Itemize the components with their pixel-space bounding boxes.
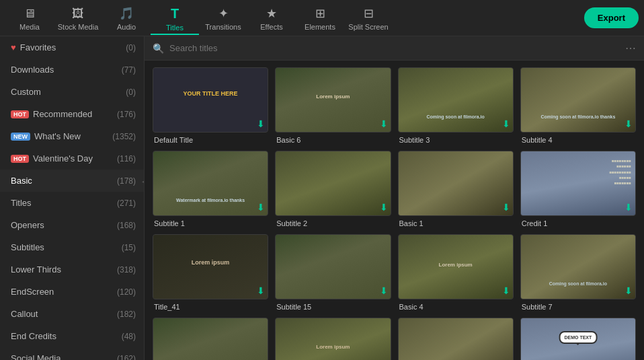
- subtitle-7-label: Subtitle 7: [520, 303, 636, 311]
- thumb-subtitle-15: ⬇: [275, 234, 391, 299]
- sidebar-item-basic-label: Basic: [11, 176, 114, 186]
- search-bar: 🔍 ⋯: [145, 36, 644, 61]
- subtitle-2-label: Subtitle 2: [275, 219, 391, 227]
- thumb-subtitle-1: Watermark at filmora.io thanks ⬇: [153, 151, 268, 216]
- sidebar-item-favorites-label: Favorites: [20, 42, 124, 52]
- grid-item-thought-bubble[interactable]: DEMO TEXT ⬇ Thought Bubble: [520, 318, 636, 360]
- grid-item-subtitle-1[interactable]: Watermark at filmora.io thanks ⬇ Subtitl…: [153, 151, 268, 227]
- sidebar-item-openers-label: Openers: [11, 220, 114, 230]
- download-icon-9: ⬇: [257, 285, 265, 296]
- download-icon-4: ⬇: [625, 118, 633, 129]
- grid-item-credit-3[interactable]: Joe Bloggs ⬇ Credit 3: [153, 318, 268, 360]
- sidebar-item-subtitles[interactable]: Subtitles (15): [0, 236, 144, 258]
- grid-item-basic-6[interactable]: Lorem ipsum ⬇ Basic 6: [275, 67, 391, 144]
- sidebar-item-social-media[interactable]: Social Media (162): [0, 347, 144, 360]
- thumb-default-title: YOUR TITLE HERE ⬇: [153, 67, 268, 133]
- grid-item-subtitle-7[interactable]: Coming soon at filmora.io ⬇ Subtitle 7: [520, 234, 636, 311]
- toolbar-transitions[interactable]: ✦ Transitions: [199, 1, 247, 35]
- thumb-basic-6: Lorem ipsum ⬇: [275, 67, 391, 133]
- subtitle-4-text: Coming soon at filmora.io thanks: [521, 114, 635, 119]
- basic-4-text: Lorem ipsum: [399, 262, 513, 268]
- toolbar-effects-label: Effects: [260, 23, 282, 31]
- sidebar-item-end-credits-label: End Credits: [11, 331, 119, 341]
- sidebar-item-recommended[interactable]: HOT Recommended (176): [0, 103, 144, 125]
- sidebar-item-lower-thirds[interactable]: Lower Thirds (318): [0, 258, 144, 281]
- grid-options-icon[interactable]: ⋯: [625, 42, 636, 55]
- sidebar-item-whats-new[interactable]: NEW What's New (1352): [0, 125, 144, 147]
- main-area: ♥ Favorites (0) Downloads (77) Custom (0…: [0, 36, 644, 360]
- sidebar-item-subtitles-count: (15): [122, 243, 136, 252]
- sidebar-item-callout[interactable]: Callout (182): [0, 303, 144, 325]
- sidebar-item-social-media-count: (162): [117, 354, 136, 361]
- download-icon: ⬇: [257, 118, 265, 129]
- export-button[interactable]: Export: [584, 7, 639, 28]
- grid-item-subtitle-3[interactable]: Coming soon at filmora.io ⬇ Subtitle 3: [398, 67, 514, 144]
- basic-1-label: Basic 1: [398, 219, 514, 227]
- title-41-label: Title_41: [153, 303, 268, 311]
- toolbar-audio-label: Audio: [117, 23, 136, 31]
- search-input[interactable]: [169, 43, 620, 53]
- elements-icon: ⊞: [315, 6, 325, 21]
- sidebar-item-basic[interactable]: Basic (178) ◀: [0, 170, 144, 192]
- thumb-credit-2: Ant Jus ⬇: [398, 318, 514, 360]
- grid-item-default-title[interactable]: YOUR TITLE HERE ⬇ Default Title: [153, 67, 268, 144]
- subtitle-4-label: Subtitle 4: [520, 136, 636, 144]
- grid-item-basic-4[interactable]: Lorem ipsum ⬇ Basic 4: [398, 234, 514, 311]
- title-29-text: Lorem ipsum: [276, 344, 390, 350]
- toolbar-media[interactable]: 🖥 Media: [5, 1, 54, 35]
- download-icon-10: ⬇: [380, 285, 388, 296]
- grid-item-subtitle-15[interactable]: ⬇ Subtitle 15: [275, 234, 391, 311]
- sidebar-item-openers[interactable]: Openers (168): [0, 214, 144, 236]
- sidebar-item-downloads-count: (77): [122, 65, 136, 75]
- thumb-basic-4: Lorem ipsum ⬇: [398, 234, 514, 299]
- grid-area: YOUR TITLE HERE ⬇ Default Title Lorem ip…: [145, 61, 644, 360]
- grid-item-subtitle-2[interactable]: ⬇ Subtitle 2: [275, 151, 391, 227]
- thumb-credit-1: ■■■■■■■■■■■■■■■■■■■■■■■■■■■■■■■■■■■ ⬇: [520, 151, 636, 216]
- sidebar-item-favorites-count: (0): [126, 43, 136, 52]
- stock-media-icon: 🖼: [72, 7, 84, 21]
- sidebar-item-endscreen-label: EndScreen: [11, 287, 114, 297]
- toolbar-stock-media[interactable]: 🖼 Stock Media: [54, 1, 102, 35]
- grid-item-title-29[interactable]: Lorem ipsum ⬇ Title 29: [275, 318, 391, 360]
- sidebar-item-callout-count: (182): [117, 310, 136, 319]
- sidebar-item-endscreen[interactable]: EndScreen (120): [0, 281, 144, 303]
- toolbar-elements[interactable]: ⊞ Elements: [296, 1, 344, 35]
- sidebar-item-whats-new-label: What's New: [34, 131, 110, 141]
- thumb-thought-bubble: DEMO TEXT ⬇: [520, 318, 636, 360]
- toolbar-split-screen[interactable]: ⊟ Split Screen: [344, 1, 393, 35]
- toolbar-effects[interactable]: ★ Effects: [247, 1, 296, 35]
- sidebar-item-custom-count: (0): [126, 87, 136, 97]
- toolbar-titles[interactable]: T Titles: [151, 1, 199, 35]
- grid-item-title-41[interactable]: Lorem ipsum ⬇ Title_41: [153, 234, 268, 311]
- download-icon-6: ⬇: [380, 202, 388, 213]
- subtitle-3-text: Coming soon at filmora.io: [399, 114, 513, 119]
- grid-item-credit-1[interactable]: ■■■■■■■■■■■■■■■■■■■■■■■■■■■■■■■■■■■ ⬇ Cr…: [520, 151, 636, 227]
- basic-6-label: Basic 6: [275, 136, 391, 144]
- sidebar-item-end-credits[interactable]: End Credits (48): [0, 325, 144, 347]
- sidebar-item-valentines[interactable]: HOT Valentine's Day (116): [0, 147, 144, 170]
- sidebar-item-favorites[interactable]: ♥ Favorites (0): [0, 36, 144, 59]
- grid-item-subtitle-4[interactable]: Coming soon at filmora.io thanks ⬇ Subti…: [520, 67, 636, 144]
- thumb-subtitle-7: Coming soon at filmora.io ⬇: [520, 234, 636, 299]
- search-icon: 🔍: [153, 43, 164, 54]
- sidebar-item-custom[interactable]: Custom (0): [0, 81, 144, 103]
- download-icon-8: ⬇: [625, 202, 633, 213]
- sidebar-item-whats-new-count: (1352): [112, 132, 136, 141]
- sidebar-item-end-credits-count: (48): [122, 332, 136, 341]
- transitions-icon: ✦: [218, 6, 229, 21]
- hot-badge-2: HOT: [11, 155, 29, 163]
- heart-icon: ♥: [11, 42, 16, 52]
- sidebar-item-downloads[interactable]: Downloads (77): [0, 59, 144, 81]
- sidebar-item-titles[interactable]: Titles (271): [0, 192, 144, 214]
- download-icon-11: ⬇: [502, 285, 510, 296]
- grid-item-basic-1[interactable]: ⬇ Basic 1: [398, 151, 514, 227]
- sidebar-item-titles-label: Titles: [11, 198, 114, 208]
- sidebar-item-downloads-label: Downloads: [11, 65, 119, 75]
- titles-grid: YOUR TITLE HERE ⬇ Default Title Lorem ip…: [153, 67, 636, 360]
- default-title-text: YOUR TITLE HERE: [153, 90, 268, 97]
- toolbar-audio[interactable]: 🎵 Audio: [102, 1, 151, 35]
- grid-item-credit-2[interactable]: Ant Jus ⬇ Credit 2: [398, 318, 514, 360]
- toolbar-media-label: Media: [19, 23, 40, 31]
- split-screen-icon: ⊟: [364, 6, 374, 21]
- toolbar-titles-label: Titles: [166, 24, 184, 32]
